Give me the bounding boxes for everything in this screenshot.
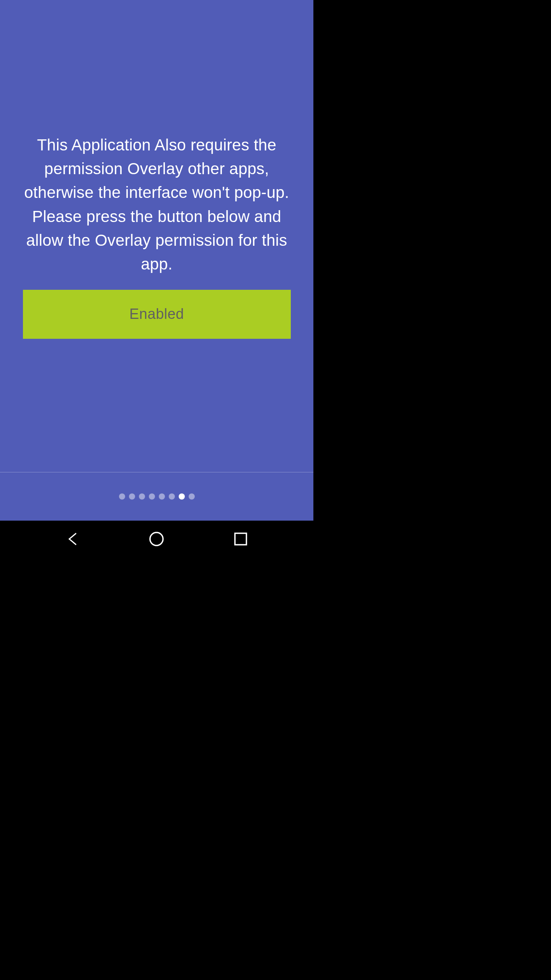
dot-3 [139, 493, 145, 500]
content-area: This Application Also requires the permi… [0, 0, 313, 472]
svg-point-0 [150, 532, 163, 546]
dot-2 [129, 493, 135, 500]
dot-8 [189, 493, 195, 500]
svg-rect-1 [235, 533, 246, 545]
dot-6 [169, 493, 175, 500]
page-indicator [0, 472, 313, 521]
onboarding-screen: This Application Also requires the permi… [0, 0, 313, 521]
dot-1 [119, 493, 125, 500]
android-navbar [0, 521, 313, 557]
nav-recent-button[interactable] [229, 528, 252, 550]
nav-home-button[interactable] [145, 528, 168, 550]
dot-5 [159, 493, 165, 500]
enable-button[interactable]: Enabled [23, 290, 291, 339]
nav-back-button[interactable] [61, 528, 84, 550]
dot-7-active [179, 493, 185, 500]
dot-4 [149, 493, 155, 500]
permission-message: This Application Also requires the permi… [11, 133, 302, 276]
